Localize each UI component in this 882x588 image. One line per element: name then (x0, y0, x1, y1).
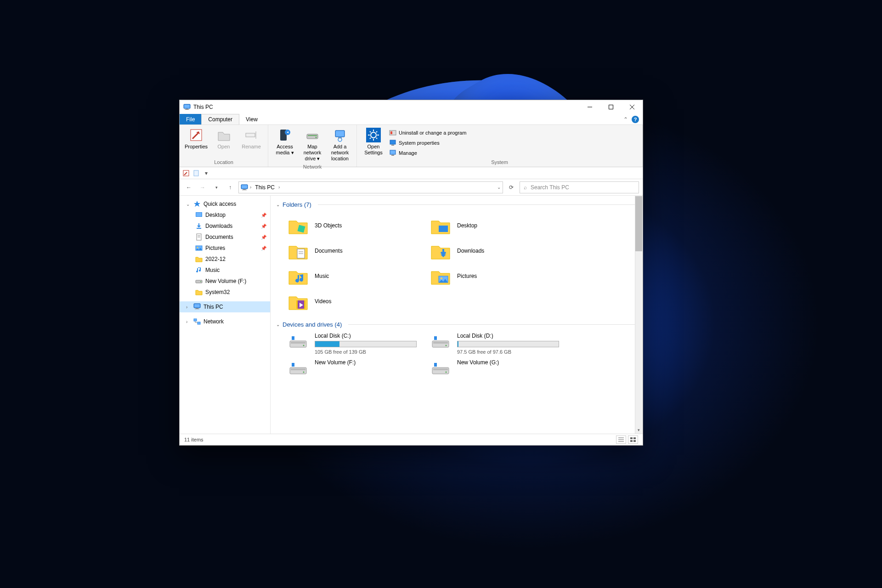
drive-icon (430, 333, 451, 351)
maximize-button[interactable] (600, 100, 622, 114)
content-pane[interactable]: ⌄ Folders (7) 3D ObjectsDesktopDocuments… (271, 196, 643, 434)
scroll-down-icon[interactable]: ▾ (635, 426, 643, 434)
open-button[interactable]: Open (210, 127, 237, 158)
breadcrumb-this-pc[interactable]: This PC (253, 184, 277, 191)
status-item-count: 11 items (184, 437, 204, 442)
sidebar-item-music[interactable]: Music (180, 265, 270, 276)
svg-rect-66 (296, 300, 298, 309)
search-input[interactable]: ⌕ Search This PC (520, 181, 639, 193)
chevron-right-icon[interactable]: › (186, 319, 191, 324)
folder-item[interactable]: 3D Objects (288, 213, 430, 238)
sidebar-item-documents[interactable]: Documents📌 (180, 232, 270, 243)
ribbon: Properties Open Rename Location Access m… (180, 125, 643, 167)
svg-rect-35 (391, 155, 394, 156)
folder-item[interactable]: Desktop (430, 213, 573, 238)
tab-file[interactable]: File (180, 114, 201, 124)
svg-rect-3 (185, 109, 189, 110)
nav-forward-button[interactable]: → (197, 182, 208, 193)
qat-properties-icon[interactable] (182, 170, 190, 177)
svg-rect-81 (433, 368, 448, 370)
access-media-button[interactable]: Access media ▾ (271, 127, 299, 163)
help-icon[interactable]: ? (632, 116, 639, 123)
sidebar-item-system32[interactable]: System32 (180, 287, 270, 298)
drive-item[interactable]: New Volume (G:) (430, 359, 573, 378)
drive-item[interactable]: Local Disk (D:)97.5 GB free of 97.6 GB (430, 333, 573, 355)
manage-button[interactable]: Manage (387, 148, 468, 158)
rename-button[interactable]: Rename (237, 127, 265, 158)
svg-rect-71 (292, 336, 294, 340)
vertical-scrollbar[interactable]: ▴ ▾ (635, 196, 643, 434)
system-properties-button[interactable]: System properties (387, 138, 468, 148)
folder-icon (288, 292, 308, 311)
svg-rect-79 (292, 363, 294, 367)
drive-capacity-bar (315, 341, 417, 347)
folder-item[interactable]: Pictures (430, 263, 573, 288)
chevron-down-icon: ⌄ (276, 322, 280, 327)
chevron-down-icon: ⌄ (276, 202, 280, 207)
close-button[interactable] (622, 100, 643, 114)
drive-label: New Volume (G:) (457, 359, 559, 366)
svg-rect-77 (291, 368, 305, 370)
view-thumbnails-button[interactable] (628, 435, 638, 444)
sidebar-network[interactable]: › Network (180, 316, 270, 327)
refresh-button[interactable]: ⟳ (506, 182, 517, 193)
folder-item[interactable]: Music (288, 263, 430, 288)
open-settings-button[interactable]: Open Settings (360, 127, 387, 158)
group-label-system: System (357, 158, 642, 167)
sidebar-item-new-volume-f[interactable]: New Volume (F:) (180, 276, 270, 287)
svg-rect-37 (194, 170, 198, 176)
folder-icon (195, 288, 203, 296)
qat-customize-icon[interactable]: ▾ (203, 170, 210, 177)
sidebar-item-pictures[interactable]: Pictures📌 (180, 243, 270, 254)
add-network-location-button[interactable]: Add a network location (326, 127, 354, 163)
scroll-thumb[interactable] (635, 196, 642, 251)
sidebar-item-downloads[interactable]: Downloads📌 (180, 220, 270, 232)
sidebar-quick-access[interactable]: ⌄ Quick access (180, 198, 270, 209)
chevron-right-icon[interactable]: › (278, 185, 280, 190)
folder-item[interactable]: Downloads (430, 238, 573, 263)
folder-icon (288, 216, 308, 235)
sidebar-item-desktop[interactable]: Desktop📌 (180, 209, 270, 220)
qat-new-icon[interactable] (192, 170, 200, 177)
pictures-icon (195, 244, 203, 252)
minimize-button[interactable] (579, 100, 600, 114)
drive-item[interactable]: New Volume (F:) (288, 359, 430, 378)
ribbon-collapse-icon[interactable]: ⌃ (623, 116, 628, 123)
chevron-down-icon[interactable]: ⌄ (497, 185, 501, 190)
svg-point-64 (441, 277, 442, 279)
drive-item[interactable]: Local Disk (C:)105 GB free of 139 GB (288, 333, 430, 355)
svg-rect-13 (307, 134, 318, 139)
tab-view[interactable]: View (239, 114, 264, 124)
address-this-pc-icon (241, 184, 248, 191)
svg-rect-55 (195, 309, 199, 309)
chevron-right-icon[interactable]: › (250, 185, 251, 190)
sidebar-item-2022-12[interactable]: 2022-12 (180, 254, 270, 265)
folder-label: Documents (315, 248, 343, 254)
drive-capacity-bar (457, 341, 559, 347)
folder-item[interactable]: Videos (288, 288, 430, 314)
folder-label: Music (315, 273, 329, 279)
svg-rect-17 (336, 131, 344, 136)
title-bar[interactable]: This PC (180, 100, 643, 114)
section-header-drives[interactable]: ⌄ Devices and drives (4) (276, 319, 637, 330)
sidebar-this-pc[interactable]: › This PC (180, 301, 270, 312)
uninstall-program-button[interactable]: Uninstall or change a program (387, 128, 468, 138)
tab-computer[interactable]: Computer (201, 114, 239, 124)
status-bar: 11 items (180, 434, 643, 445)
nav-recent-button[interactable]: ▾ (211, 182, 222, 193)
folder-icon (430, 242, 451, 260)
svg-rect-14 (308, 135, 317, 136)
view-details-button[interactable] (616, 435, 626, 444)
properties-button[interactable]: Properties (182, 127, 210, 158)
pin-icon: 📌 (261, 224, 266, 229)
nav-up-button[interactable]: ↑ (225, 182, 236, 193)
address-bar[interactable]: › This PC › ⌄ (238, 181, 503, 193)
nav-back-button[interactable]: ← (183, 182, 194, 193)
address-bar-row: ← → ▾ ↑ › This PC › ⌄ ⟳ ⌕ Search This PC (180, 179, 643, 196)
chevron-right-icon[interactable]: › (186, 305, 191, 310)
folder-item[interactable]: Documents (288, 238, 430, 263)
section-header-folders[interactable]: ⌄ Folders (7) (276, 199, 637, 210)
chevron-down-icon[interactable]: ⌄ (186, 202, 191, 207)
map-network-drive-button[interactable]: Map network drive ▾ (299, 127, 326, 163)
svg-rect-90 (633, 440, 636, 442)
